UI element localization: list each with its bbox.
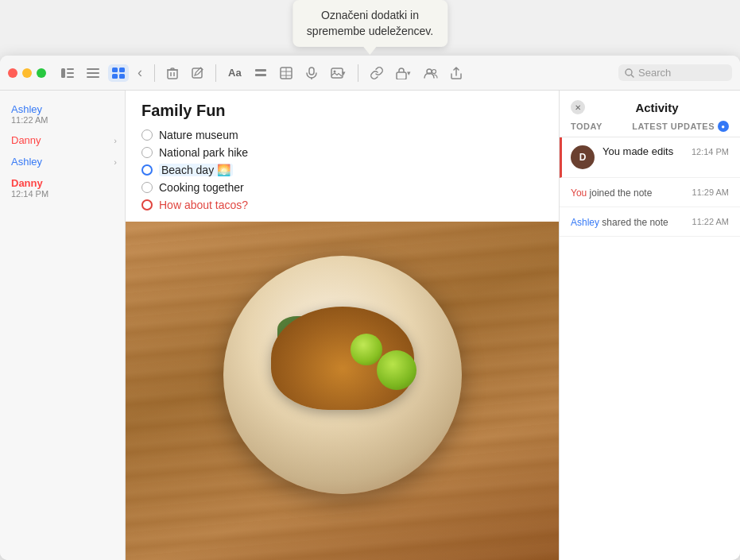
svg-point-16 bbox=[255, 74, 258, 76]
svg-rect-0 bbox=[61, 68, 65, 78]
sidebar-user-ashley[interactable]: Ashley 11:22 AM bbox=[0, 98, 125, 129]
activity-list: D You made edits 12:14 PM You joined the bbox=[560, 137, 740, 560]
sidebar-ashley-time: 11:22 AM bbox=[11, 115, 114, 125]
note-item-tacos[interactable]: How about tacos? bbox=[141, 196, 543, 214]
search-box[interactable] bbox=[618, 64, 732, 81]
activity-content-edits: You made edits 12:14 PM bbox=[602, 145, 729, 157]
note-item-national-park[interactable]: National park hike bbox=[141, 144, 543, 161]
main-body: Ashley 11:22 AM Danny › Ashley › Danny 1… bbox=[0, 91, 740, 560]
note-item-nature-museum[interactable]: Nature museum bbox=[141, 126, 543, 144]
maximize-button[interactable] bbox=[37, 68, 46, 78]
note-item-text: How about tacos? bbox=[159, 199, 248, 211]
sidebar-danny-name: Danny bbox=[11, 134, 41, 146]
svg-rect-12 bbox=[192, 68, 202, 78]
svg-rect-9 bbox=[112, 74, 118, 79]
activity-joined-time: 11:29 AM bbox=[692, 187, 729, 197]
back-button[interactable]: ‹ bbox=[134, 61, 146, 84]
app-window: ‹ Aa bbox=[0, 56, 740, 560]
share-button[interactable] bbox=[447, 64, 466, 83]
text-format-button[interactable]: Aa bbox=[224, 64, 246, 82]
activity-title: Activity bbox=[585, 101, 729, 114]
svg-point-28 bbox=[626, 69, 632, 75]
avatar-danny: D bbox=[571, 145, 595, 169]
checkbox-beach-day[interactable] bbox=[141, 164, 153, 176]
svg-rect-8 bbox=[119, 68, 125, 72]
close-button[interactable] bbox=[8, 68, 17, 78]
edit-button[interactable] bbox=[187, 64, 207, 83]
sidebar-danny2-name: Danny bbox=[11, 177, 114, 189]
tooltip-bubble: Označeni dodatki in spremembe udeležence… bbox=[293, 0, 447, 47]
latest-dot: ● bbox=[718, 121, 729, 132]
toolbar-separator-2 bbox=[215, 64, 216, 82]
note-title: Family Fun bbox=[126, 91, 559, 126]
search-icon bbox=[625, 68, 634, 78]
note-item-beach-day[interactable]: Beach day 🌅 bbox=[141, 161, 543, 179]
note-item-text: National park hike bbox=[159, 146, 248, 159]
svg-rect-25 bbox=[397, 72, 406, 79]
toolbar-separator-3 bbox=[358, 64, 358, 82]
checkbox-nature-museum[interactable] bbox=[141, 129, 153, 141]
toolbar: ‹ Aa bbox=[0, 56, 740, 91]
activity-date-row: TODAY LATEST UPDATES ● bbox=[560, 114, 740, 137]
sidebar-user-danny2[interactable]: Danny 12:14 PM bbox=[0, 172, 125, 203]
svg-rect-1 bbox=[67, 68, 74, 70]
svg-point-24 bbox=[333, 70, 335, 72]
sidebar-toggle-button[interactable] bbox=[57, 64, 78, 82]
list-view-button[interactable] bbox=[83, 64, 103, 82]
sidebar-danny2-time: 12:14 PM bbox=[11, 189, 114, 199]
activity-close-button[interactable]: ✕ bbox=[571, 100, 585, 114]
note-checklist: Nature museum National park hike Beach d… bbox=[126, 126, 559, 222]
svg-rect-4 bbox=[87, 68, 99, 70]
activity-latest-label: LATEST UPDATES ● bbox=[632, 121, 729, 132]
sidebar-ashley2-name: Ashley bbox=[11, 156, 42, 168]
activity-shared-time: 11:22 AM bbox=[692, 217, 729, 226]
svg-point-15 bbox=[255, 69, 258, 71]
checkbox-cooking[interactable] bbox=[141, 182, 153, 193]
tooltip-line2: spremembe udeležencev. bbox=[307, 25, 433, 37]
chevron-right-icon-2: › bbox=[114, 157, 117, 167]
svg-rect-2 bbox=[67, 72, 74, 74]
media-button[interactable]: ▾ bbox=[327, 64, 350, 83]
sidebar-ashley-name: Ashley bbox=[11, 103, 114, 115]
chevron-right-icon: › bbox=[114, 136, 117, 145]
note-area: Family Fun Nature museum National park h… bbox=[126, 91, 559, 560]
activity-main-text: You made edits bbox=[602, 145, 673, 157]
activity-item-edits: D You made edits 12:14 PM bbox=[560, 137, 740, 178]
tooltip-line1: Označeni dodatki in bbox=[321, 9, 419, 21]
svg-rect-11 bbox=[168, 70, 177, 79]
delete-button[interactable] bbox=[163, 64, 182, 83]
activity-joined-text: You joined the note bbox=[571, 187, 652, 199]
checkbox-tacos[interactable] bbox=[141, 199, 153, 210]
activity-shared-text: Ashley shared the note bbox=[571, 217, 668, 228]
grid-view-button[interactable] bbox=[108, 64, 129, 82]
note-item-text: Cooking together bbox=[159, 181, 244, 194]
activity-date-label: TODAY bbox=[571, 122, 602, 131]
toolbar-separator-1 bbox=[154, 64, 155, 82]
link-button[interactable] bbox=[366, 64, 387, 83]
sidebar-user-ashley2[interactable]: Ashley › bbox=[0, 151, 125, 172]
lock-button[interactable]: ▾ bbox=[392, 64, 415, 83]
audio-button[interactable] bbox=[301, 64, 322, 83]
svg-rect-6 bbox=[87, 76, 99, 78]
search-input[interactable] bbox=[638, 67, 726, 79]
traffic-lights bbox=[8, 68, 46, 78]
note-item-cooking[interactable]: Cooking together bbox=[141, 179, 543, 196]
note-image bbox=[126, 222, 559, 560]
svg-point-27 bbox=[432, 69, 436, 73]
activity-item-joined: You joined the note 11:29 AM bbox=[560, 178, 740, 207]
activity-content-shared: Ashley shared the note 11:22 AM bbox=[571, 215, 729, 228]
table-button[interactable] bbox=[276, 64, 296, 83]
svg-rect-10 bbox=[119, 74, 125, 79]
checkbox-national-park[interactable] bbox=[141, 147, 153, 158]
activity-content-joined: You joined the note 11:29 AM bbox=[571, 186, 729, 199]
activity-panel: ✕ Activity TODAY LATEST UPDATES ● D You … bbox=[559, 91, 740, 560]
checklist-button[interactable] bbox=[250, 64, 271, 83]
sidebar-user-danny[interactable]: Danny › bbox=[0, 129, 125, 151]
note-item-text: Beach day 🌅 bbox=[159, 164, 233, 176]
collaborate-button[interactable] bbox=[420, 64, 442, 82]
minimize-button[interactable] bbox=[22, 68, 32, 78]
svg-rect-21 bbox=[309, 68, 314, 75]
sidebar: Ashley 11:22 AM Danny › Ashley › Danny 1… bbox=[0, 91, 126, 560]
food-lime2 bbox=[351, 334, 382, 365]
svg-rect-3 bbox=[67, 76, 74, 78]
